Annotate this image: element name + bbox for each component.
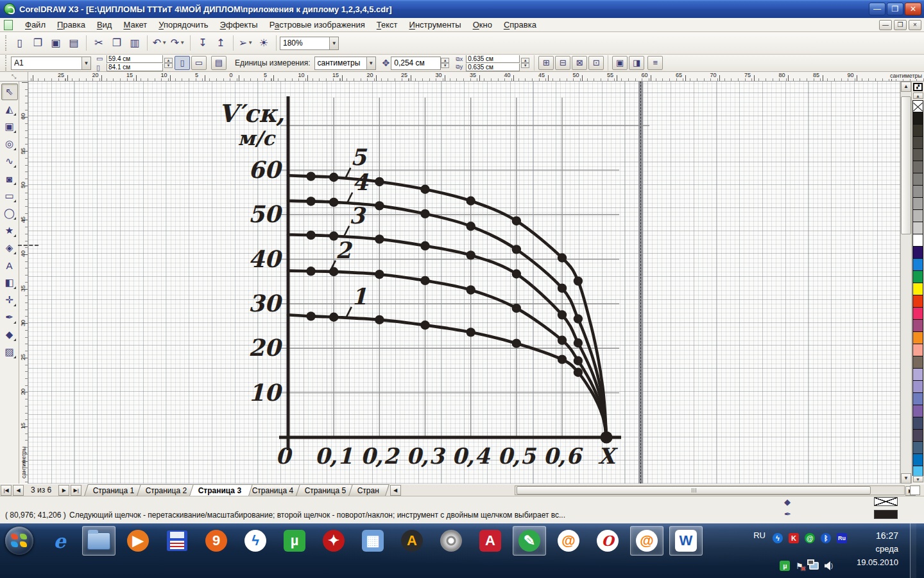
taskbar-app-mailru-agent-2[interactable]: @ bbox=[630, 526, 663, 556]
start-button[interactable] bbox=[5, 527, 33, 555]
minimize-button[interactable]: — bbox=[869, 3, 886, 15]
options-button[interactable]: ≡ bbox=[647, 56, 663, 70]
color-swatch-24[interactable] bbox=[912, 393, 923, 405]
chevron-down-icon[interactable]: ▼ bbox=[248, 35, 253, 51]
taskbar-app-mailru-agent[interactable]: @ bbox=[552, 526, 585, 556]
portrait-button[interactable]: ▯ bbox=[175, 56, 190, 70]
horizontal-scrollbar[interactable]: ▶ bbox=[515, 486, 905, 495]
menu-item-5[interactable]: Упорядочить bbox=[153, 19, 214, 31]
network-tray-icon[interactable] bbox=[809, 562, 819, 570]
vertical-scrollbar[interactable]: ▲ ▼ bbox=[900, 82, 911, 484]
chevron-down-icon[interactable]: ▼ bbox=[180, 35, 185, 51]
tabs-scroll-left-button[interactable]: ◀ bbox=[390, 485, 401, 496]
taskbar-app-floppy-save[interactable] bbox=[160, 526, 194, 556]
taskbar-app-acrobat-reader[interactable]: A bbox=[474, 526, 507, 556]
color-swatch-13[interactable] bbox=[912, 259, 923, 271]
palette-options-icon[interactable]: ▞ bbox=[913, 83, 923, 91]
palette-scroll-down[interactable]: ▼ bbox=[913, 476, 923, 482]
close-button[interactable]: ✕ bbox=[905, 3, 921, 15]
horizontal-ruler[interactable]: сантиметры 25201510505101520253035404550… bbox=[28, 72, 924, 82]
show-desktop-button[interactable] bbox=[910, 523, 916, 578]
taskbar-app-media-player[interactable]: ▶ bbox=[121, 526, 155, 556]
vertical-ruler[interactable]: сантиметры 60555045403530252015 bbox=[19, 82, 28, 484]
menu-item-11[interactable]: Справка bbox=[498, 19, 542, 31]
polygon-tool[interactable]: ★ bbox=[1, 222, 18, 239]
drawing-canvas[interactable]: 10203040506000,10,20,30,40,50,6XV′ск,м/с… bbox=[28, 82, 900, 484]
volume-tray-icon[interactable]: ) bbox=[825, 561, 833, 570]
taskbar-app-internet-explorer[interactable]: e bbox=[43, 526, 76, 556]
doc-restore-button[interactable]: ❐ bbox=[894, 20, 907, 30]
previous-page-button[interactable]: ◀ bbox=[13, 485, 24, 496]
color-swatch-5[interactable] bbox=[912, 161, 923, 173]
paper-preset-combo[interactable]: ▼ bbox=[11, 57, 91, 70]
snap-to-guidelines-button[interactable]: ⊟ bbox=[555, 56, 570, 70]
color-swatch-23[interactable] bbox=[912, 381, 923, 393]
menu-item-4[interactable]: Макет bbox=[117, 19, 153, 31]
color-swatch-17[interactable] bbox=[912, 308, 923, 320]
paper-width-input[interactable] bbox=[107, 55, 162, 62]
treat-as-filled-button[interactable]: ▣ bbox=[612, 56, 628, 70]
color-swatch-1[interactable] bbox=[912, 112, 923, 125]
bluetooth-tray[interactable]: ᛒ bbox=[821, 533, 831, 543]
redo-button[interactable]: ↷▼ bbox=[169, 35, 186, 51]
menu-item-7[interactable]: Растровые изображения bbox=[264, 19, 371, 31]
palette-scroll-up[interactable]: ▲ bbox=[913, 92, 923, 99]
freehand-tool[interactable]: ∿ bbox=[1, 153, 18, 170]
next-page-button[interactable]: ▶ bbox=[58, 485, 69, 496]
new-document-button[interactable]: ▯ bbox=[12, 35, 28, 51]
toolbar-grip[interactable] bbox=[5, 35, 8, 51]
color-swatch-25[interactable] bbox=[912, 405, 923, 417]
application-launcher-button[interactable]: ➢▼ bbox=[237, 35, 254, 51]
duplicate-spinner[interactable]: ▲▼ bbox=[521, 58, 529, 68]
page-tab-6[interactable]: Стран bbox=[348, 484, 389, 496]
duplicate-x-input[interactable] bbox=[466, 55, 519, 62]
taskbar-app-nero[interactable]: ✦ bbox=[317, 526, 350, 556]
color-swatch-15[interactable] bbox=[912, 283, 923, 295]
basic-shapes-tool[interactable]: ◈ bbox=[1, 240, 18, 256]
taskbar-app-download-master[interactable]: 9 bbox=[200, 526, 233, 556]
vertical-scroll-thumb[interactable] bbox=[901, 96, 911, 234]
document-navigator-button[interactable] bbox=[910, 486, 920, 495]
eyedropper-tool[interactable]: ✛ bbox=[1, 292, 18, 308]
units-input[interactable] bbox=[315, 58, 366, 67]
import-button[interactable]: ↧ bbox=[194, 35, 211, 51]
property-bar-grip[interactable] bbox=[5, 55, 8, 71]
color-swatch-20[interactable] bbox=[912, 344, 923, 356]
taskbar-app-word[interactable]: W bbox=[669, 526, 703, 556]
paper-preset-input[interactable] bbox=[12, 58, 81, 67]
doc-close-button[interactable]: × bbox=[909, 20, 921, 30]
chevron-down-icon[interactable]: ▼ bbox=[162, 35, 167, 51]
nudge-spinner[interactable]: ▲▼ bbox=[441, 58, 449, 68]
kaspersky-tray[interactable]: K bbox=[789, 533, 799, 543]
color-swatch-7[interactable] bbox=[912, 186, 923, 198]
action-center-tray-icon[interactable]: ⚑ bbox=[796, 561, 803, 571]
color-swatch-19[interactable] bbox=[912, 332, 923, 344]
paper-size-spinner[interactable]: ▲▼ bbox=[164, 58, 173, 68]
chevron-down-icon[interactable]: ▼ bbox=[329, 37, 338, 49]
dynamic-guides-button[interactable]: ⊡ bbox=[588, 56, 604, 70]
document-icon[interactable] bbox=[4, 20, 13, 30]
color-swatch-27[interactable] bbox=[912, 430, 923, 442]
taskbar-app-xnview[interactable]: ▦ bbox=[356, 526, 389, 556]
corel-online-button[interactable]: ☀ bbox=[255, 35, 272, 51]
zoom-tool[interactable]: ◎ bbox=[1, 136, 18, 152]
punto-switcher-tray[interactable]: Ru bbox=[837, 533, 847, 543]
chevron-down-icon[interactable]: ▼ bbox=[366, 57, 375, 69]
shape-tool[interactable]: ◭ bbox=[1, 101, 18, 118]
taskbar-app-coreldraw[interactable]: ✎ bbox=[513, 526, 546, 556]
color-swatch-14[interactable] bbox=[912, 271, 923, 283]
horizontal-scroll-thumb[interactable] bbox=[517, 486, 871, 495]
page-tab-3[interactable]: Страница 3 bbox=[189, 484, 253, 496]
export-button[interactable]: ↥ bbox=[212, 35, 229, 51]
chevron-down-icon[interactable]: ▼ bbox=[81, 57, 90, 69]
no-color-swatch[interactable] bbox=[912, 100, 923, 112]
color-swatch-2[interactable] bbox=[912, 125, 923, 137]
taskbar-app-windows-explorer[interactable] bbox=[82, 526, 116, 556]
marquee-select-button[interactable]: ◨ bbox=[629, 56, 644, 70]
duplicate-x-field[interactable] bbox=[466, 55, 520, 63]
outline-tool[interactable]: ✒ bbox=[1, 309, 18, 326]
nudge-input[interactable] bbox=[391, 58, 440, 67]
mailru-agent-tray[interactable]: @ bbox=[805, 533, 815, 543]
color-swatch-11[interactable] bbox=[912, 234, 923, 247]
duplicate-y-field[interactable] bbox=[466, 64, 520, 71]
